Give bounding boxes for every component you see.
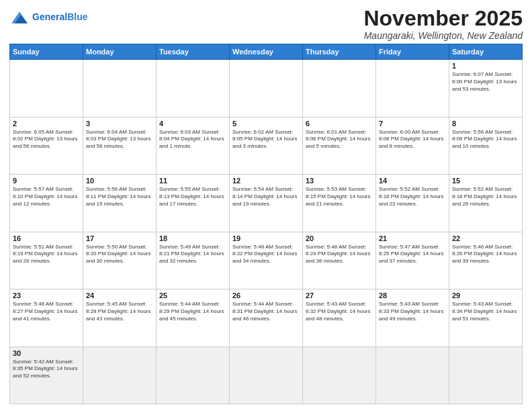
col-thursday: Thursday	[303, 44, 376, 60]
calendar-cell: 4Sunrise: 6:03 AM Sunset: 8:04 PM Daylig…	[157, 117, 230, 174]
day-info: Sunrise: 5:55 AM Sunset: 8:13 PM Dayligh…	[159, 186, 226, 208]
calendar-cell: 9Sunrise: 5:57 AM Sunset: 8:10 PM Daylig…	[10, 175, 83, 232]
day-info: Sunrise: 6:05 AM Sunset: 8:02 PM Dayligh…	[13, 129, 80, 150]
day-number: 11	[159, 177, 226, 185]
day-info: Sunrise: 5:51 AM Sunset: 8:19 PM Dayligh…	[13, 244, 80, 265]
day-info: Sunrise: 6:01 AM Sunset: 8:06 PM Dayligh…	[306, 129, 373, 150]
col-monday: Monday	[83, 44, 157, 60]
calendar-cell: 16Sunrise: 5:51 AM Sunset: 8:19 PM Dayli…	[10, 232, 83, 289]
calendar-cell: 20Sunrise: 5:48 AM Sunset: 8:24 PM Dayli…	[303, 232, 376, 289]
calendar-week-1: 1Sunrise: 6:07 AM Sunset: 8:00 PM Daylig…	[10, 60, 523, 117]
day-info: Sunrise: 5:48 AM Sunset: 8:22 PM Dayligh…	[232, 244, 300, 265]
logo-general: General	[32, 11, 67, 22]
day-info: Sunrise: 5:45 AM Sunset: 8:28 PM Dayligh…	[86, 301, 153, 322]
day-info: Sunrise: 5:57 AM Sunset: 8:10 PM Dayligh…	[13, 186, 80, 208]
logo-blue: Blue	[67, 11, 87, 22]
day-number: 27	[306, 291, 373, 300]
calendar-cell	[376, 347, 449, 404]
col-wednesday: Wednesday	[230, 44, 303, 60]
day-info: Sunrise: 5:52 AM Sunset: 8:16 PM Dayligh…	[379, 186, 446, 208]
col-saturday: Saturday	[449, 44, 523, 60]
day-number: 24	[86, 291, 153, 300]
day-info: Sunrise: 5:46 AM Sunset: 8:27 PM Dayligh…	[13, 301, 80, 322]
day-info: Sunrise: 5:50 AM Sunset: 8:20 PM Dayligh…	[86, 244, 153, 265]
day-info: Sunrise: 6:07 AM Sunset: 8:00 PM Dayligh…	[452, 71, 519, 93]
logo: GeneralBlue	[9, 7, 87, 26]
day-number: 9	[13, 177, 80, 185]
day-info: Sunrise: 5:46 AM Sunset: 8:26 PM Dayligh…	[452, 244, 519, 265]
calendar-cell: 26Sunrise: 5:44 AM Sunset: 8:31 PM Dayli…	[230, 289, 303, 347]
month-title: November 2025	[363, 7, 523, 30]
calendar-cell	[83, 347, 157, 404]
day-number: 20	[306, 234, 373, 242]
calendar-cell: 14Sunrise: 5:52 AM Sunset: 8:16 PM Dayli…	[376, 175, 449, 232]
day-info: Sunrise: 5:47 AM Sunset: 8:25 PM Dayligh…	[379, 244, 446, 265]
day-number: 12	[232, 177, 300, 185]
day-number: 13	[306, 177, 373, 185]
page: GeneralBlue November 2025 Maungaraki, We…	[0, 0, 532, 411]
calendar-cell	[376, 60, 449, 117]
calendar-cell	[303, 347, 376, 404]
calendar-cell: 29Sunrise: 5:43 AM Sunset: 8:34 PM Dayli…	[449, 289, 523, 347]
day-info: Sunrise: 5:43 AM Sunset: 8:32 PM Dayligh…	[306, 301, 373, 322]
calendar-table: Sunday Monday Tuesday Wednesday Thursday…	[9, 44, 523, 404]
calendar-cell: 2Sunrise: 6:05 AM Sunset: 8:02 PM Daylig…	[10, 117, 83, 174]
day-number: 21	[379, 234, 446, 242]
day-info: Sunrise: 5:49 AM Sunset: 8:21 PM Dayligh…	[159, 244, 226, 265]
calendar-cell: 21Sunrise: 5:47 AM Sunset: 8:25 PM Dayli…	[376, 232, 449, 289]
day-info: Sunrise: 5:52 AM Sunset: 8:18 PM Dayligh…	[452, 186, 519, 208]
day-header-row: Sunday Monday Tuesday Wednesday Thursday…	[10, 44, 523, 60]
day-number: 3	[86, 120, 153, 128]
calendar-week-6: 30Sunrise: 5:42 AM Sunset: 8:35 PM Dayli…	[10, 347, 523, 404]
day-info: Sunrise: 5:42 AM Sunset: 8:35 PM Dayligh…	[13, 359, 80, 380]
day-info: Sunrise: 6:00 AM Sunset: 8:08 PM Dayligh…	[379, 129, 446, 150]
calendar-cell	[449, 347, 523, 404]
day-info: Sunrise: 5:43 AM Sunset: 8:33 PM Dayligh…	[379, 301, 446, 322]
calendar-cell: 17Sunrise: 5:50 AM Sunset: 8:20 PM Dayli…	[83, 232, 157, 289]
calendar-cell: 19Sunrise: 5:48 AM Sunset: 8:22 PM Dayli…	[230, 232, 303, 289]
day-info: Sunrise: 5:56 AM Sunset: 8:11 PM Dayligh…	[86, 186, 153, 208]
calendar-cell: 30Sunrise: 5:42 AM Sunset: 8:35 PM Dayli…	[10, 347, 83, 404]
day-number: 18	[159, 234, 226, 242]
day-info: Sunrise: 5:53 AM Sunset: 8:15 PM Dayligh…	[306, 186, 373, 208]
calendar-cell	[157, 347, 230, 404]
day-info: Sunrise: 5:58 AM Sunset: 8:09 PM Dayligh…	[452, 129, 519, 150]
calendar-cell: 23Sunrise: 5:46 AM Sunset: 8:27 PM Dayli…	[10, 289, 83, 347]
location: Maungaraki, Wellington, New Zealand	[363, 30, 523, 41]
calendar-week-2: 2Sunrise: 6:05 AM Sunset: 8:02 PM Daylig…	[10, 117, 523, 174]
day-number: 4	[159, 120, 226, 128]
day-number: 29	[452, 291, 519, 300]
day-number: 23	[13, 291, 80, 300]
calendar-cell: 27Sunrise: 5:43 AM Sunset: 8:32 PM Dayli…	[303, 289, 376, 347]
calendar-cell: 25Sunrise: 5:44 AM Sunset: 8:29 PM Dayli…	[157, 289, 230, 347]
day-info: Sunrise: 6:03 AM Sunset: 8:04 PM Dayligh…	[159, 129, 226, 150]
calendar-cell: 15Sunrise: 5:52 AM Sunset: 8:18 PM Dayli…	[449, 175, 523, 232]
calendar-cell: 13Sunrise: 5:53 AM Sunset: 8:15 PM Dayli…	[303, 175, 376, 232]
calendar-cell	[230, 347, 303, 404]
logo-icon	[9, 9, 30, 26]
day-number: 7	[379, 120, 446, 128]
title-section: November 2025 Maungaraki, Wellington, Ne…	[363, 7, 523, 41]
day-number: 17	[86, 234, 153, 242]
header: GeneralBlue November 2025 Maungaraki, We…	[9, 7, 523, 41]
calendar-cell: 1Sunrise: 6:07 AM Sunset: 8:00 PM Daylig…	[449, 60, 523, 117]
calendar-week-5: 23Sunrise: 5:46 AM Sunset: 8:27 PM Dayli…	[10, 289, 523, 347]
calendar-body: 1Sunrise: 6:07 AM Sunset: 8:00 PM Daylig…	[10, 60, 523, 404]
calendar-cell: 7Sunrise: 6:00 AM Sunset: 8:08 PM Daylig…	[376, 117, 449, 174]
calendar-cell: 11Sunrise: 5:55 AM Sunset: 8:13 PM Dayli…	[157, 175, 230, 232]
col-sunday: Sunday	[10, 44, 83, 60]
day-number: 8	[452, 120, 519, 128]
day-number: 14	[379, 177, 446, 185]
day-number: 2	[13, 120, 80, 128]
day-number: 19	[232, 234, 300, 242]
calendar-cell: 18Sunrise: 5:49 AM Sunset: 8:21 PM Dayli…	[157, 232, 230, 289]
calendar-cell: 12Sunrise: 5:54 AM Sunset: 8:14 PM Dayli…	[230, 175, 303, 232]
day-number: 16	[13, 234, 80, 242]
day-info: Sunrise: 6:02 AM Sunset: 8:05 PM Dayligh…	[232, 129, 300, 150]
calendar-cell	[10, 60, 83, 117]
calendar-cell: 24Sunrise: 5:45 AM Sunset: 8:28 PM Dayli…	[83, 289, 157, 347]
day-info: Sunrise: 6:04 AM Sunset: 8:03 PM Dayligh…	[86, 129, 153, 150]
day-info: Sunrise: 5:54 AM Sunset: 8:14 PM Dayligh…	[232, 186, 300, 208]
calendar-cell	[157, 60, 230, 117]
calendar-cell	[230, 60, 303, 117]
